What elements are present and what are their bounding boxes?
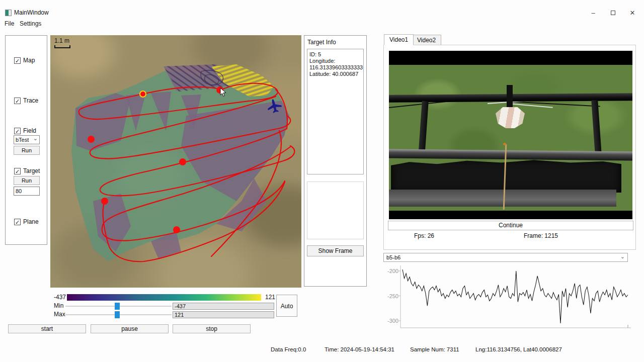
target-run-button[interactable]: Run	[14, 176, 40, 185]
channel-select-value: b5-b6	[386, 254, 400, 260]
map-scale: 1.1 m	[54, 37, 70, 48]
colorbar-min-tick: -437	[54, 294, 66, 301]
pause-button[interactable]: pause	[91, 324, 169, 333]
fps-readout: Fps: 26	[414, 232, 434, 239]
field-run-button[interactable]: Run	[14, 146, 40, 155]
map-viewport[interactable]: 1.1 m	[50, 35, 301, 288]
checkbox-field[interactable]: ✓ Field	[14, 127, 36, 134]
checkbox-trace[interactable]: ✓ Trace	[14, 97, 38, 104]
checkbox-trace-label: Trace	[23, 97, 38, 104]
main-window: MainWindow File Settings – ✕ ✓ Map ✓ Tra…	[0, 0, 644, 362]
app-icon	[5, 10, 12, 16]
plane-icon	[266, 97, 283, 114]
target-info-secondary-box	[307, 182, 364, 239]
video-letterbox-top	[389, 51, 632, 65]
status-data-freq: Data Freq:0.0	[271, 346, 306, 352]
checkbox-field-box[interactable]: ✓	[14, 128, 21, 134]
window-title: MainWindow	[14, 9, 49, 16]
target-info-panel: Target Info ID: 5 Longitude: 116.3133960…	[304, 35, 367, 287]
minimize-button[interactable]: –	[586, 8, 601, 18]
chart-y-tick: -300	[383, 318, 398, 324]
colorbar-max-tick: 121	[265, 294, 275, 301]
signal-chart: -200-250-300	[383, 263, 636, 334]
video-soil-pile	[391, 159, 621, 193]
max-slider-label: Max	[54, 311, 65, 318]
video-soil-pile-face	[389, 190, 616, 207]
chart-y-tick: -200	[383, 268, 398, 274]
mouse-cursor	[219, 87, 227, 98]
max-slider-handle[interactable]	[115, 311, 120, 318]
video-frame	[389, 51, 632, 219]
close-button[interactable]: ✕	[625, 8, 640, 18]
field-select-value: bTest	[16, 137, 29, 143]
channel-select[interactable]: b5-b6 ⌄	[383, 253, 628, 262]
checkbox-field-label: Field	[23, 127, 36, 134]
checkbox-map[interactable]: ✓ Map	[14, 57, 35, 64]
target-info-box: ID: 5 Longitude: 116.31339603333333 Lati…	[307, 49, 364, 174]
checkbox-plane[interactable]: ✓ Plane	[14, 218, 39, 225]
min-value-field[interactable]: -437	[173, 303, 274, 310]
field-select[interactable]: bTest ⌄	[14, 135, 40, 144]
max-value-field[interactable]: 121	[173, 311, 274, 318]
checkbox-plane-box[interactable]: ✓	[14, 219, 21, 225]
checkbox-plane-label: Plane	[23, 218, 39, 225]
target-longitude-value: 116.31339603333333	[309, 64, 361, 71]
maximize-button[interactable]	[605, 8, 620, 18]
checkbox-target-box[interactable]: ✓	[14, 168, 21, 174]
target-longitude-label: Longitude:	[309, 58, 361, 64]
status-sample-num: Sample Num: 7311	[410, 346, 459, 352]
checkbox-target-label: Target	[23, 167, 40, 174]
video-panel: Continue Fps: 26 Frame: 1215	[383, 45, 636, 250]
tab-video1[interactable]: Video1	[384, 34, 414, 45]
status-time: Time: 2024-05-19-14:54:31	[325, 346, 394, 352]
maximize-icon	[611, 11, 615, 15]
video-letterbox-bottom	[389, 211, 632, 219]
chart-plot-area	[383, 263, 636, 334]
min-slider-label: Min	[54, 302, 63, 309]
map-scale-label: 1.1 m	[54, 37, 70, 44]
min-slider-handle[interactable]	[115, 303, 120, 310]
colorbar-gradient	[67, 294, 261, 301]
target-dot[interactable]	[88, 136, 95, 143]
continue-button[interactable]: Continue	[388, 221, 633, 230]
checkbox-map-label: Map	[23, 57, 35, 64]
show-frame-button[interactable]: Show Frame	[307, 245, 364, 256]
auto-scale-button[interactable]: Auto	[276, 295, 297, 317]
stop-button[interactable]: stop	[173, 324, 251, 333]
target-dot[interactable]	[173, 226, 180, 233]
target-dot[interactable]	[179, 158, 186, 165]
chevron-down-icon: ⌄	[33, 135, 38, 143]
target-info-title: Target Info	[307, 39, 336, 46]
chevron-down-icon: ⌄	[620, 253, 625, 260]
checkbox-map-box[interactable]: ✓	[14, 57, 21, 64]
layer-control-panel: ✓ Map ✓ Trace ✓ Field bTest ⌄ Run ✓ Targ…	[5, 35, 47, 245]
chart-y-tick: -250	[383, 293, 398, 299]
trace-path	[50, 35, 301, 288]
frame-readout: Frame: 1215	[524, 232, 558, 239]
target-dot[interactable]	[139, 90, 146, 98]
video-stick-marker	[503, 143, 506, 145]
checkbox-target[interactable]: ✓ Target	[14, 167, 40, 174]
target-threshold-input[interactable]: 80	[14, 187, 40, 196]
target-id: ID: 5	[309, 51, 361, 58]
start-button[interactable]: start	[8, 324, 86, 333]
menu-settings[interactable]: Settings	[18, 19, 43, 28]
menu-file[interactable]: File	[3, 19, 16, 28]
status-coordinates: Lng:116.3134756, Lat40.0006827	[475, 346, 562, 352]
tab-video2[interactable]: Video2	[412, 35, 441, 45]
checkbox-trace-box[interactable]: ✓	[14, 98, 21, 104]
map-scale-bar	[54, 45, 70, 48]
target-latitude: Latitude: 40.000687	[309, 71, 361, 77]
target-dot[interactable]	[101, 198, 108, 205]
